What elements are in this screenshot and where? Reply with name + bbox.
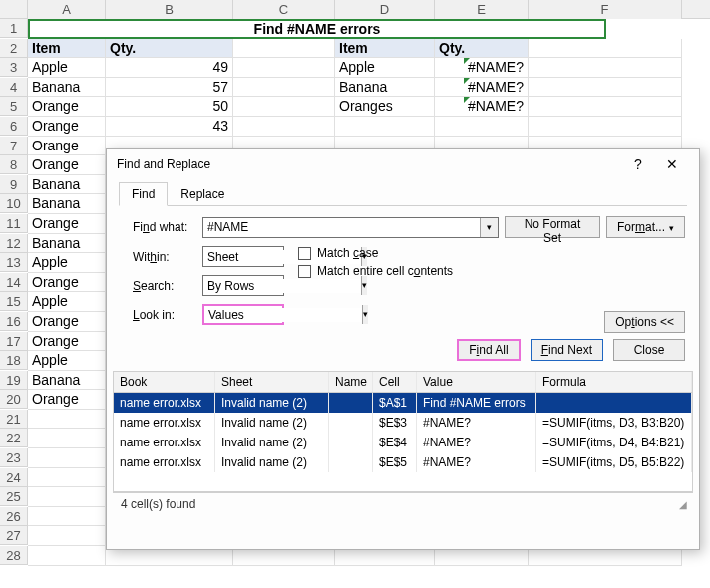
cell[interactable]: Oranges — [335, 97, 435, 117]
cell[interactable]: Banana — [28, 175, 106, 195]
within-select[interactable]: ▾ — [202, 246, 284, 267]
cell[interactable] — [28, 429, 106, 448]
row-header[interactable]: 20 — [0, 390, 28, 409]
cell[interactable] — [435, 117, 529, 137]
cell[interactable]: Item — [335, 39, 435, 59]
cell[interactable]: Banana — [335, 78, 435, 98]
tab-replace[interactable]: Replace — [168, 182, 237, 206]
row-header[interactable]: 23 — [0, 448, 28, 467]
cell[interactable]: Orange — [28, 312, 106, 332]
row-header[interactable]: 8 — [0, 155, 28, 174]
col-formula[interactable]: Formula — [536, 372, 692, 392]
cell[interactable]: Orange — [28, 137, 106, 156]
cell[interactable] — [233, 39, 335, 59]
cell[interactable] — [529, 58, 682, 78]
match-entire-checkbox[interactable]: Match entire cell contents — [298, 264, 453, 278]
cell[interactable]: Apple — [335, 58, 435, 78]
cell[interactable]: #NAME? — [435, 97, 529, 117]
cell[interactable]: Banana — [28, 371, 106, 391]
cell[interactable] — [28, 448, 106, 468]
row-header[interactable]: 12 — [0, 234, 28, 253]
cell[interactable]: Apple — [28, 351, 106, 371]
result-row[interactable]: name error.xlsxInvalid name (2)$A$1Find … — [114, 393, 692, 413]
cell[interactable]: Banana — [28, 78, 106, 98]
lookin-select[interactable]: ▾ — [202, 304, 284, 325]
row-header[interactable]: 15 — [0, 292, 28, 311]
row-header[interactable]: 16 — [0, 312, 28, 331]
dialog-titlebar[interactable]: Find and Replace ? ✕ — [107, 149, 699, 179]
search-select[interactable]: ▾ — [202, 275, 284, 296]
cell[interactable]: Apple — [28, 58, 106, 78]
col-header[interactable]: F — [529, 0, 682, 19]
cell[interactable] — [529, 97, 682, 117]
row-header[interactable]: 21 — [0, 410, 28, 429]
row-header[interactable]: 2 — [0, 39, 28, 58]
cell[interactable] — [28, 526, 106, 546]
col-name[interactable]: Name — [329, 372, 373, 392]
row-header[interactable]: 18 — [0, 351, 28, 370]
cell[interactable] — [28, 487, 106, 507]
col-header[interactable]: C — [233, 0, 335, 19]
cell[interactable]: Qty. — [106, 39, 233, 59]
result-row[interactable]: name error.xlsxInvalid name (2)$E$4#NAME… — [114, 433, 692, 452]
row-header[interactable]: 11 — [0, 214, 28, 233]
cell[interactable]: 43 — [106, 117, 233, 137]
row-header[interactable]: 13 — [0, 253, 28, 272]
cell[interactable]: Orange — [28, 117, 106, 137]
row-header[interactable]: 14 — [0, 273, 28, 292]
cell[interactable]: Banana — [28, 234, 106, 254]
help-icon[interactable]: ? — [621, 156, 655, 172]
format-button[interactable]: Format...▾ — [606, 216, 685, 238]
row-header[interactable]: 4 — [0, 78, 28, 97]
row-header[interactable]: 25 — [0, 487, 28, 506]
cell[interactable]: Banana — [28, 194, 106, 214]
col-cell[interactable]: Cell — [373, 372, 417, 392]
close-icon[interactable]: ✕ — [655, 156, 689, 172]
col-sheet[interactable]: Sheet — [215, 372, 329, 392]
resize-grip-icon[interactable]: ◢ — [679, 499, 685, 510]
cell[interactable]: Apple — [28, 253, 106, 273]
cell[interactable]: Orange — [28, 332, 106, 352]
result-row[interactable]: name error.xlsxInvalid name (2)$E$5#NAME… — [114, 452, 692, 472]
result-row[interactable]: name error.xlsxInvalid name (2)$E$3#NAME… — [114, 413, 692, 433]
col-header[interactable]: D — [335, 0, 435, 19]
col-header[interactable]: B — [106, 0, 233, 19]
options-button[interactable]: Options << — [604, 311, 685, 333]
row-header[interactable]: 27 — [0, 526, 28, 545]
find-next-button[interactable]: Find Next — [531, 339, 603, 361]
cell[interactable]: #NAME? — [435, 78, 529, 98]
cell[interactable]: Qty. — [435, 39, 529, 59]
cell[interactable]: Orange — [28, 155, 106, 175]
checkbox-icon[interactable] — [298, 247, 311, 260]
checkbox-icon[interactable] — [298, 265, 311, 278]
cell[interactable]: Orange — [28, 390, 106, 410]
cell[interactable] — [233, 117, 335, 137]
title-cell[interactable]: Find #NAME errors — [28, 19, 606, 39]
cell[interactable] — [529, 39, 682, 59]
cell[interactable] — [529, 78, 682, 98]
cell[interactable]: 57 — [106, 78, 233, 98]
cell[interactable]: 50 — [106, 97, 233, 117]
cell[interactable]: Orange — [28, 97, 106, 117]
row-header[interactable]: 24 — [0, 468, 28, 487]
find-what-field[interactable] — [203, 220, 480, 234]
tab-find[interactable]: Find — [119, 182, 168, 206]
row-header[interactable]: 7 — [0, 137, 28, 155]
cell[interactable] — [233, 78, 335, 98]
row-header[interactable]: 26 — [0, 507, 28, 526]
col-value[interactable]: Value — [417, 372, 536, 392]
find-what-input[interactable]: ▾ — [202, 217, 499, 238]
cell[interactable] — [28, 468, 106, 488]
cell[interactable] — [233, 58, 335, 78]
no-format-button[interactable]: No Format Set — [505, 216, 600, 238]
cell[interactable]: Orange — [28, 273, 106, 293]
cell[interactable]: Orange — [28, 214, 106, 234]
row-header[interactable]: 5 — [0, 97, 28, 116]
cell[interactable]: #NAME? — [435, 58, 529, 78]
close-button[interactable]: Close — [613, 339, 685, 361]
col-book[interactable]: Book — [114, 372, 215, 392]
row-header[interactable]: 9 — [0, 175, 28, 194]
row-header[interactable]: 28 — [0, 546, 28, 565]
cell[interactable]: Item — [28, 39, 106, 59]
corner-cell[interactable] — [0, 0, 28, 19]
